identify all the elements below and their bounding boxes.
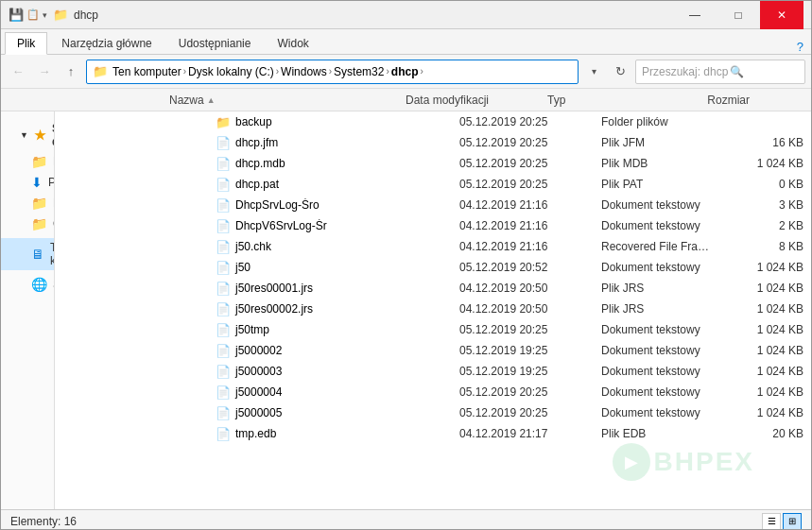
table-row[interactable]: 📄 DhcpV6SrvLog-Śr 04.12.2019 21:16 Dokum… [55,215,811,236]
file-type: Dokument tekstowy [594,365,735,378]
file-name: 📄 j50 [216,261,452,275]
file-icon: 📄 [216,282,231,296]
file-icon: 📄 [216,406,231,420]
file-date: 05.12.2019 20:25 [452,178,594,191]
table-row[interactable]: 📄 j50res00002.jrs 04.12.2019 20:50 Plik … [55,299,811,319]
help-icon[interactable]: ? [797,40,803,54]
table-row[interactable]: 📄 dhcp.pat 05.12.2019 20:25 Plik PAT 0 K… [55,174,811,195]
sidebar-item-pulpit[interactable]: 📁 Pulpit 📌 [1,151,54,172]
search-icon[interactable]: 🔍 [730,65,744,78]
file-size: 1 024 KB [735,344,811,357]
grid-view-button[interactable]: ⊞ [783,513,802,530]
file-size: 16 KB [735,136,811,149]
file-name: 📄 j5000003 [216,365,452,379]
breadcrumb-item-dhcp[interactable]: dhcp [391,65,419,78]
up-button[interactable]: ↑ [60,60,82,83]
ribbon-tabs: Plik Narzędzia główne Udostępnianie Wido… [1,29,811,54]
minimize-button[interactable]: — [673,1,717,29]
table-row[interactable]: 📄 j50.chk 04.12.2019 21:16 Recovered Fil… [55,236,811,257]
file-icon: 📄 [216,198,231,213]
forward-button[interactable]: → [33,60,56,83]
table-row[interactable]: 📁 backup 05.12.2019 20:25 Folder plików [55,111,811,132]
file-date: 05.12.2019 20:52 [452,261,594,274]
col-header-size[interactable]: Rozmiar [682,94,757,107]
file-date: 05.12.2019 20:25 [452,406,594,419]
table-row[interactable]: 📄 dhcp.jfm 05.12.2019 20:25 Plik JFM 16 … [55,132,811,153]
toolbar: ← → ↑ 📁 Ten komputer › Dysk lokalny (C:)… [1,55,811,89]
table-row[interactable]: 📄 j50res00001.jrs 04.12.2019 20:50 Plik … [55,278,811,299]
window-controls: — □ ✕ [673,1,803,29]
file-icon: 📄 [216,240,231,254]
save-icon[interactable]: 💾 [9,8,24,22]
file-size: 1 024 KB [735,261,811,274]
table-row[interactable]: 📄 tmp.edb 04.12.2019 21:17 Plik EDB 20 K… [55,423,811,444]
address-bar[interactable]: 📁 Ten komputer › Dysk lokalny (C:) › Win… [86,60,579,84]
file-icon: 📄 [216,427,231,441]
column-headers: Nazwa ▲ Data modyfikacji Typ Rozmiar [1,89,811,111]
file-date: 04.12.2019 21:16 [452,240,594,253]
breadcrumb-item-disk[interactable]: Dysk lokalny (C:) [188,65,274,78]
file-icon: 📄 [216,136,231,150]
file-date: 05.12.2019 20:25 [452,385,594,399]
title-bar: 💾 📋 ▾ 📁 dhcp — □ ✕ [1,1,811,29]
col-header-type[interactable]: Typ [540,94,682,107]
tab-widok[interactable]: Widok [265,32,320,54]
breadcrumb-item-computer[interactable]: Ten komputer [112,65,181,78]
element-count: Elementy: 16 [10,515,77,528]
file-icon: 📄 [216,302,231,316]
chevron-icon[interactable]: ▾ [43,10,47,20]
address-dropdown-button[interactable]: ▾ [582,60,605,83]
tab-narzedzia[interactable]: Narzędzia główne [49,32,164,54]
close-button[interactable]: ✕ [760,1,803,29]
watermark-circle: ▶ [613,443,650,481]
breadcrumb-item-windows[interactable]: Windows [281,65,327,78]
folder-icon: 📁 [216,115,231,129]
sidebar-section-title-szybki-dostep[interactable]: ▼ ★ Szybki dostęp [1,119,54,151]
file-list: 📁 backup 05.12.2019 20:25 Folder plików … [55,111,811,444]
file-size: 1 024 KB [735,385,811,399]
file-name: 📄 j5000002 [216,344,452,358]
file-type: Dokument tekstowy [594,261,735,274]
sidebar-item-ten-komputer[interactable]: 🖥 Ten komputer [1,238,54,270]
table-row[interactable]: 📄 j50 05.12.2019 20:52 Dokument tekstowy… [55,257,811,278]
sidebar-item-obrazy[interactable]: 📁 Obrazy 📌 [1,214,54,234]
file-type: Plik JRS [594,282,735,295]
table-row[interactable]: 📄 dhcp.mdb 05.12.2019 20:25 Plik MDB 1 0… [55,153,811,174]
properties-icon[interactable]: 📋 [26,9,40,21]
table-row[interactable]: 📄 j50tmp 05.12.2019 20:25 Dokument tekst… [55,319,811,340]
file-type: Folder plików [594,115,735,128]
file-type: Dokument tekstowy [594,406,735,419]
table-row[interactable]: 📄 j5000003 05.12.2019 19:25 Dokument tek… [55,361,811,382]
view-buttons: ☰ ⊞ [762,513,802,530]
file-type: Plik JFM [594,136,735,149]
file-icon: 📄 [216,365,231,379]
file-icon: 📄 [216,157,231,171]
folder-icon: 📁 [31,154,47,169]
file-size: 1 024 KB [735,302,811,316]
file-name: 📄 dhcp.pat [216,178,452,192]
file-size: 1 024 KB [735,365,811,378]
tab-plik[interactable]: Plik [5,32,47,55]
table-row[interactable]: 📄 DhcpSrvLog-Śro 04.12.2019 21:16 Dokume… [55,195,811,215]
table-row[interactable]: 📄 j5000002 05.12.2019 19:25 Dokument tek… [55,340,811,361]
network-icon: 🌐 [31,277,47,292]
file-name: 📄 DhcpV6SrvLog-Śr [216,219,452,233]
table-row[interactable]: 📄 j5000005 05.12.2019 20:25 Dokument tek… [55,402,811,423]
breadcrumb-item-system32[interactable]: System32 [334,65,384,78]
sidebar-item-dokumenty[interactable]: 📁 Dokumenty 📌 [1,193,54,214]
file-type: Plik MDB [594,157,735,170]
file-name: 📄 dhcp.mdb [216,157,452,171]
col-header-name[interactable]: Nazwa ▲ [162,94,398,107]
file-icon: 📄 [216,344,231,358]
col-header-date[interactable]: Data modyfikacji [398,94,540,107]
list-view-button[interactable]: ☰ [762,513,781,530]
file-size: 3 KB [735,198,811,212]
back-button[interactable]: ← [7,60,29,83]
tab-udostepnianie[interactable]: Udostępnianie [166,32,264,54]
sidebar-item-pobrane[interactable]: ⬇ Pobrane 📌 [1,172,54,193]
file-name: 📄 dhcp.jfm [216,136,452,150]
table-row[interactable]: 📄 j5000004 05.12.2019 20:25 Dokument tek… [55,382,811,402]
maximize-button[interactable]: □ [717,1,760,29]
refresh-button[interactable]: ↻ [609,60,631,83]
sidebar-item-siec[interactable]: 🌐 Sieć [1,274,54,295]
